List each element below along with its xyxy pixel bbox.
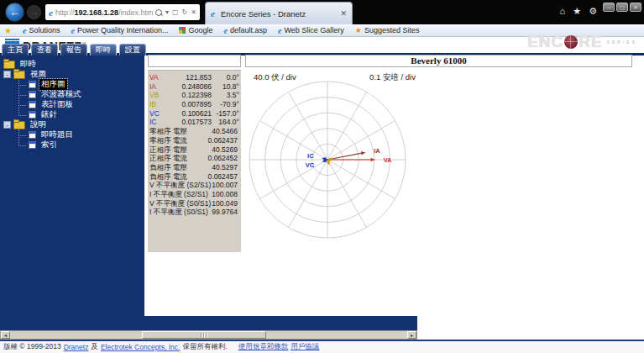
favorite-item[interactable]: eWeb Slice Gallery bbox=[278, 26, 344, 35]
url-text[interactable]: http://192.168.1.28/index.htm bbox=[55, 8, 155, 17]
tree-item-即時[interactable]: 即時 bbox=[0, 59, 144, 69]
window-close-button[interactable]: ✕ bbox=[630, 3, 641, 12]
copyright-text: 版權 © 1999-2013 bbox=[3, 342, 61, 352]
reading-label: VB bbox=[149, 91, 159, 100]
stop-icon[interactable]: ✕ bbox=[191, 8, 196, 16]
favorite-item[interactable]: Google bbox=[179, 26, 212, 34]
suggested-sites-icon: ★ bbox=[355, 26, 362, 34]
tab-close-icon[interactable]: ✕ bbox=[340, 9, 347, 18]
refresh-icon[interactable]: ↻ bbox=[182, 8, 188, 16]
tab-title: Encore Series - Dranetz bbox=[221, 9, 306, 18]
page-icon bbox=[29, 111, 36, 119]
reading-label: IC bbox=[149, 118, 157, 127]
reading-row: 正相序 電流0.062452 bbox=[148, 154, 241, 163]
vector-label-IA: IA bbox=[374, 147, 380, 155]
reading-value: 0.248086 bbox=[156, 82, 212, 92]
electrotek-link[interactable]: Electrotek Concepts, Inc. bbox=[101, 343, 181, 351]
favorites-items: eSolutionsePower Quality Internation...G… bbox=[23, 26, 419, 35]
reading-value: 40.5466 bbox=[187, 127, 239, 136]
reading-label: I 不平衡度 (S0/S1) bbox=[149, 208, 208, 217]
favorite-label: Web Slice Gallery bbox=[284, 26, 343, 34]
favorite-label: Solutions bbox=[29, 26, 60, 34]
nav-tree-panel: 即時-視圖相序圖示波器模式表計面板錶針-說明即時題目索引 bbox=[0, 55, 144, 330]
window-maximize-button[interactable]: ▢ bbox=[616, 3, 628, 12]
reading-label: 負相序 電壓 bbox=[149, 163, 187, 172]
readings-panel: VA121.8530.0°IA0.24808610.8°VB0.1223983.… bbox=[148, 70, 241, 252]
reading-label: 負相序 電流 bbox=[149, 172, 187, 182]
favorite-label: default.asp bbox=[230, 26, 267, 34]
tab-設置[interactable]: 設置 bbox=[119, 44, 146, 55]
grid-spoke bbox=[327, 121, 395, 161]
terms-link[interactable]: 使用規章和條款 bbox=[238, 342, 289, 352]
dranetz-link[interactable]: Dranetz bbox=[64, 343, 89, 351]
reading-label: V 不平衡度 (S2/S1) bbox=[149, 181, 211, 190]
compatibility-view-icon[interactable]: ▢ bbox=[172, 8, 179, 16]
privacy-link[interactable]: 用戶協議 bbox=[291, 342, 319, 352]
folder-icon bbox=[3, 61, 15, 69]
tree-connector bbox=[18, 127, 26, 136]
tab-即時[interactable]: 即時 bbox=[90, 44, 117, 55]
conjunction-text: 及 bbox=[91, 342, 98, 352]
grid-spoke bbox=[327, 92, 367, 160]
google-icon bbox=[179, 27, 186, 34]
favorite-item[interactable]: edefault.asp bbox=[224, 26, 268, 35]
back-button[interactable]: ← bbox=[5, 3, 24, 22]
scroll-left-button[interactable]: ◂ bbox=[1, 331, 10, 339]
scrollbar-thumb[interactable] bbox=[142, 331, 266, 339]
reading-value: 0.017573 bbox=[157, 118, 212, 127]
url-domain: 192.168.1.28 bbox=[74, 8, 118, 17]
search-dropdown-icon[interactable]: ▾ bbox=[165, 8, 169, 16]
browser-tab[interactable]: e Encore Series - Dranetz ✕ bbox=[205, 2, 353, 24]
tab-報告[interactable]: 報告 bbox=[60, 44, 87, 55]
collapse-icon[interactable]: - bbox=[3, 121, 11, 129]
reading-label: IA bbox=[149, 82, 156, 92]
reading-label: 零相序 電流 bbox=[149, 136, 187, 145]
reading-value: 0.062437 bbox=[187, 136, 239, 145]
grid-spoke bbox=[289, 92, 328, 160]
vector-label-VC: VC bbox=[306, 161, 315, 169]
reading-value: 121.853 bbox=[159, 73, 212, 82]
grid-spoke bbox=[289, 160, 328, 228]
reading-label: VA bbox=[149, 73, 159, 82]
window-minimize-button[interactable]: — bbox=[603, 3, 615, 12]
search-icon[interactable] bbox=[155, 9, 162, 16]
reading-angle: -70.9° bbox=[212, 100, 239, 109]
reading-row: VC0.100621-157.0° bbox=[148, 109, 241, 119]
reading-value: 0.062452 bbox=[187, 154, 239, 163]
favorite-item[interactable]: ePower Quality Internation... bbox=[71, 26, 168, 35]
rights-text: 保留所有權利. bbox=[182, 342, 227, 352]
tab-查看[interactable]: 查看 bbox=[31, 44, 58, 55]
favorites-bar-star-icon[interactable]: ★ bbox=[4, 26, 12, 35]
home-icon[interactable]: ⌂ bbox=[560, 6, 566, 17]
scroll-right-button[interactable]: ▸ bbox=[407, 331, 416, 339]
favorite-item[interactable]: eSolutions bbox=[23, 26, 60, 35]
reading-label: 零相序 電壓 bbox=[149, 127, 187, 136]
settings-gear-icon[interactable]: ⚙ bbox=[589, 6, 597, 17]
tree-item-錶針[interactable]: 錶針 bbox=[0, 109, 144, 119]
reading-angle: 10.8° bbox=[212, 82, 239, 92]
reading-row: V 不平衡度 (S0/S1)100.049 bbox=[148, 199, 241, 208]
encore-logo-left: ENC bbox=[527, 33, 563, 51]
address-bar[interactable]: e http://192.168.1.28/index.htm ▾ ▢ ↻ ✕ bbox=[45, 4, 200, 20]
favorite-item[interactable]: ★Suggested Sites bbox=[355, 26, 420, 34]
device-title: Beverly 61000 bbox=[411, 55, 466, 66]
phasor-chart: VAIAVCIC bbox=[242, 74, 413, 245]
tree-connector bbox=[18, 87, 26, 96]
horizontal-scrollbar[interactable]: ◂ ▸ bbox=[0, 330, 417, 340]
encore-series-text: SERIES bbox=[607, 40, 637, 45]
reading-row: 正相序 電壓40.5269 bbox=[148, 145, 241, 155]
browser-titlebar: ← → e http://192.168.1.28/index.htm ▾ ▢ … bbox=[0, 0, 644, 24]
footer: 版權 © 1999-2013 Dranetz 及 Electrotek Conc… bbox=[0, 341, 644, 353]
reading-label: IB bbox=[149, 100, 156, 109]
forward-button[interactable]: → bbox=[27, 5, 41, 19]
collapse-icon[interactable]: - bbox=[3, 71, 11, 78]
tab-主頁[interactable]: 主頁 bbox=[2, 44, 29, 55]
reading-value: 0.062457 bbox=[187, 172, 239, 182]
favorites-star-icon[interactable]: ★ bbox=[573, 6, 581, 17]
reading-row: 零相序 電壓40.5466 bbox=[148, 127, 241, 136]
page-icon bbox=[29, 101, 36, 108]
reading-row: V 不平衡度 (S2/S1)100.007 bbox=[148, 181, 241, 190]
page-icon bbox=[29, 91, 36, 98]
favorite-label: Suggested Sites bbox=[364, 26, 420, 34]
tree-item-索引[interactable]: 索引 bbox=[0, 140, 144, 150]
